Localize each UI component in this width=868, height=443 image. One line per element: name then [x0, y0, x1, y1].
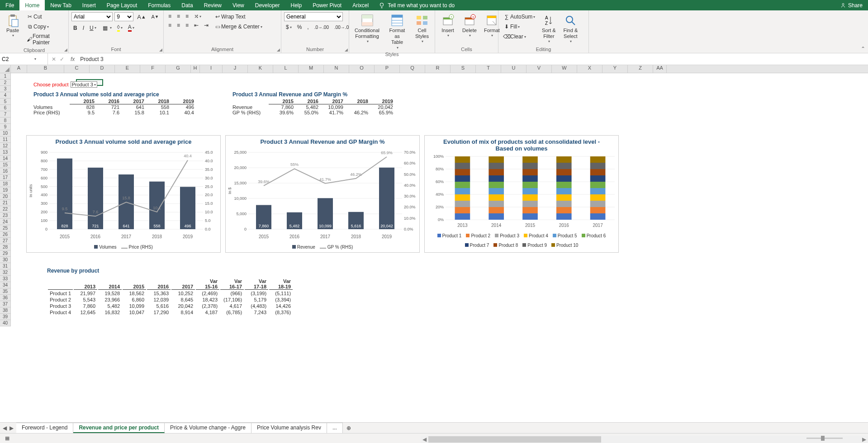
menu-data[interactable]: Data	[176, 0, 198, 10]
cell[interactable]: Product 4	[48, 310, 73, 315]
cell[interactable]: 18,562	[123, 291, 146, 296]
font-size-select[interactable]: 9	[114, 12, 133, 21]
format-as-table-button[interactable]: Format as Table▾	[384, 12, 410, 51]
delete-cells-button[interactable]: ×Delete▾	[460, 12, 479, 46]
col-header-E[interactable]: E	[115, 65, 140, 73]
cell[interactable]: 7,243	[245, 310, 268, 315]
cell[interactable]: 496	[169, 104, 194, 110]
cell-styles-button[interactable]: Cell Styles▾	[412, 12, 432, 51]
tell-me-search[interactable]: Tell me what you want to do	[379, 2, 455, 9]
sheet-tab[interactable]: Price Volume analysis Rev	[251, 423, 327, 433]
cell[interactable]: 18,423	[196, 297, 219, 302]
row-header-4[interactable]: 4	[0, 92, 10, 99]
col-header-R[interactable]: R	[425, 65, 451, 73]
row-header-21[interactable]: 21	[0, 200, 10, 206]
menu-arixcel[interactable]: Arixcel	[347, 0, 374, 10]
col-header-P[interactable]: P	[375, 65, 400, 73]
cell[interactable]: (8,376)	[269, 310, 293, 315]
copy-button[interactable]: ⧉Copy▾	[24, 22, 66, 31]
comma-format-button[interactable]: ,	[305, 23, 310, 31]
cell[interactable]: (6,785)	[220, 310, 244, 315]
cell[interactable]: 7,860	[269, 104, 294, 110]
row-header-24[interactable]: 24	[0, 219, 10, 225]
cell[interactable]: 20,042	[368, 104, 393, 110]
cell[interactable]: (966)	[220, 291, 244, 296]
row-header-29[interactable]: 29	[0, 250, 10, 257]
cell[interactable]: 41.7%	[318, 110, 343, 115]
align-top-button[interactable]: ≡	[166, 12, 173, 20]
row-header-16[interactable]: 16	[0, 168, 10, 174]
row-header-13[interactable]: 13	[0, 149, 10, 156]
conditional-formatting-button[interactable]: Conditional Formatting▾	[352, 12, 382, 51]
menu-pagelayout[interactable]: Page Layout	[101, 0, 142, 10]
row-header-38[interactable]: 38	[0, 307, 10, 314]
align-middle-button[interactable]: ≡	[175, 12, 182, 20]
cell[interactable]: 10.1	[144, 110, 169, 115]
col-header-H[interactable]: H	[191, 65, 200, 73]
cell[interactable]: 10,047	[123, 310, 146, 315]
col-header-I[interactable]: I	[200, 65, 223, 73]
row-header-39[interactable]: 39	[0, 314, 10, 320]
underline-button[interactable]: U▾	[88, 24, 98, 32]
select-all-corner[interactable]	[0, 65, 11, 73]
row-header-14[interactable]: 14	[0, 156, 10, 162]
increase-font-button[interactable]: A▲	[135, 13, 147, 21]
row-header-17[interactable]: 17	[0, 174, 10, 181]
chart-product-mix[interactable]: Evolution of mix of products sold at con…	[424, 135, 619, 253]
cell[interactable]: 14,426	[269, 303, 293, 309]
row-header-36[interactable]: 36	[0, 295, 10, 301]
row-header-32[interactable]: 32	[0, 269, 10, 276]
menu-insert[interactable]: Insert	[77, 0, 101, 10]
row-header-20[interactable]: 20	[0, 193, 10, 200]
cell[interactable]: (17,106)	[220, 297, 244, 302]
row-header-23[interactable]: 23	[0, 212, 10, 219]
cell[interactable]: 65.9%	[368, 110, 393, 115]
col-header-W[interactable]: W	[552, 65, 577, 73]
clipboard-dialog-launcher[interactable]: ◢	[64, 47, 67, 52]
col-header-O[interactable]: O	[349, 65, 375, 73]
cell[interactable]: 6,860	[123, 297, 146, 302]
new-sheet-button[interactable]: ⊕	[343, 425, 355, 431]
cell[interactable]: 39.6%	[269, 110, 294, 115]
row-header-3[interactable]: 3	[0, 86, 10, 92]
menu-newtab[interactable]: New Tab	[45, 0, 76, 10]
col-header-L[interactable]: L	[273, 65, 299, 73]
row-header-5[interactable]: 5	[0, 99, 10, 105]
cell[interactable]: (2,378)	[196, 303, 219, 309]
paste-button[interactable]: Paste ▾	[3, 12, 23, 47]
col-header-V[interactable]: V	[526, 65, 552, 73]
row-header-12[interactable]: 12	[0, 143, 10, 149]
row-header-1[interactable]: 1	[0, 73, 10, 80]
menu-home[interactable]: Home	[19, 0, 45, 10]
cell[interactable]: 15,363	[147, 291, 171, 296]
cell[interactable]: 55.0%	[294, 110, 318, 115]
cell[interactable]: 19,528	[98, 291, 122, 296]
cell[interactable]: 17,290	[147, 310, 171, 315]
row-header-2[interactable]: 2	[0, 80, 10, 86]
col-header-AA[interactable]: AA	[653, 65, 667, 73]
merge-center-button[interactable]: ▭Merge & Center▾	[212, 22, 264, 31]
tab-nav-prev[interactable]: ◀	[3, 425, 7, 431]
format-painter-button[interactable]: 🖌Format Painter	[24, 32, 66, 47]
cell[interactable]: 7,860	[74, 303, 97, 309]
col-header-D[interactable]: D	[90, 65, 115, 73]
enter-formula-button[interactable]: ✓	[60, 56, 64, 62]
menu-file[interactable]: File	[0, 0, 19, 10]
cell[interactable]: 8,645	[171, 297, 195, 302]
cell[interactable]: (2,469)	[196, 291, 219, 296]
alignment-dialog-launcher[interactable]: ◢	[277, 47, 280, 52]
cell[interactable]: Product 2	[48, 297, 73, 302]
row-header-30[interactable]: 30	[0, 257, 10, 263]
horizontal-scrollbar[interactable]: ◀▶	[421, 436, 868, 443]
cancel-formula-button[interactable]: ✕	[52, 56, 56, 62]
row-header-31[interactable]: 31	[0, 263, 10, 269]
cell[interactable]: 5,482	[98, 303, 122, 309]
col-header-G[interactable]: G	[166, 65, 191, 73]
align-bottom-button[interactable]: ≡	[184, 12, 190, 20]
col-header-U[interactable]: U	[501, 65, 526, 73]
align-right-button[interactable]: ≡	[184, 21, 190, 29]
product-dropdown[interactable]: Product 3 ▾	[71, 81, 97, 88]
cell[interactable]: 12,645	[74, 310, 97, 315]
cell[interactable]: (3,394)	[269, 297, 293, 302]
row-header-25[interactable]: 25	[0, 225, 10, 231]
